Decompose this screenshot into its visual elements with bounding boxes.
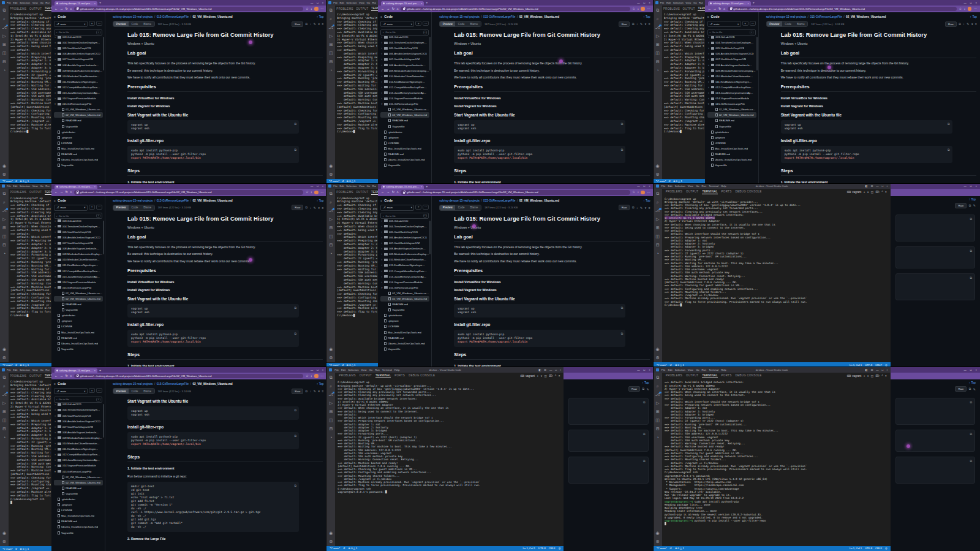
url-field[interactable]: github.com/…/solving-devops-15-real-proj…: [74, 7, 304, 12]
breadcrumb-repo-link[interactable]: solving-devops-15-real-projects: [113, 15, 153, 18]
status-bar-item[interactable]: ⌥ main*: [657, 547, 667, 550]
menu-item[interactable]: Go: [696, 368, 699, 371]
menu-item[interactable]: File: [662, 368, 666, 371]
account-icon[interactable]: ◉: [329, 164, 333, 168]
panel-tab[interactable]: OUTPUT: [683, 7, 695, 11]
test-explorer-icon[interactable]: ◔: [330, 251, 332, 256]
panel-tab[interactable]: PROBLEMS: [10, 374, 26, 378]
file-tree-item[interactable]: 011-KindBalancerNginxIngre…: [54, 79, 103, 85]
file-tree-item[interactable]: 012-CronjobMariaBackupRein…: [380, 268, 429, 274]
file-tree-item[interactable]: Vagrantfile: [54, 162, 103, 168]
back-to-top-link[interactable]: ↑ Top: [891, 196, 980, 202]
file-tree-item[interactable]: 014-VagrantProvisionModule: [54, 96, 103, 101]
status-bar-item[interactable]: Ln 1, Col 1: [850, 363, 862, 367]
file-tree-item[interactable]: 010-MinikubeCiliumNetworkin…: [54, 74, 103, 79]
file-tree-item[interactable]: 008-AnsibleVagrantJenkinsIn…: [54, 62, 103, 67]
home-icon[interactable]: ⌂: [70, 7, 72, 10]
new-terminal-icon[interactable]: +: [864, 191, 865, 194]
raw-button[interactable]: Raw: [619, 205, 630, 210]
file-tree-item[interactable]: 012-CronjobMariaBackupRein…: [380, 85, 429, 90]
back-icon[interactable]: ←: [55, 374, 58, 378]
file-tree-item[interactable]: Mac_InstallDevOpsTools.md: [54, 513, 103, 519]
file-tree-item[interactable]: Vagrantfile: [380, 124, 429, 129]
sidebar-toggle-icon[interactable]: ≡: [380, 199, 382, 202]
panel-tab[interactable]: TERMINAL: [702, 190, 717, 194]
panel-tab[interactable]: TERMINAL: [698, 7, 704, 11]
breadcrumb-repo-link[interactable]: solving-devops-15-real-projects: [439, 15, 479, 18]
account-icon[interactable]: ◉: [2, 164, 6, 168]
source-control-icon[interactable]: ⎇: [2, 208, 7, 213]
terminal-select[interactable]: ⌨ vagrant: [521, 374, 535, 378]
file-tree-item[interactable]: 011-KindBalancerNginxIngre…: [707, 79, 756, 85]
menu-item[interactable]: View: [32, 184, 38, 188]
menu-item[interactable]: View: [688, 184, 693, 188]
extensions-icon[interactable]: ⊞: [329, 226, 333, 230]
layout-panel-icon[interactable]: ⊞: [871, 184, 873, 188]
file-tree-item[interactable]: Ubuntu_InstallDevOpsTools.md: [380, 341, 429, 346]
panel-tab[interactable]: PORTS: [394, 374, 405, 378]
panel-tab[interactable]: OUTPUT: [686, 374, 698, 378]
menu-item[interactable]: Terminal: [709, 184, 718, 188]
run-debug-icon[interactable]: ▷: [330, 401, 333, 405]
downloads-icon[interactable]: ↓: [637, 191, 639, 194]
file-tree-item[interactable]: 009-MinikubeKubernetesDeploym…: [54, 251, 103, 257]
status-bar-item[interactable]: ⌥ main*: [2, 363, 13, 367]
reload-icon[interactable]: ↻: [718, 7, 721, 10]
file-tree-item[interactable]: 012-CronjobMariaBackupRein…: [54, 268, 103, 274]
file-tree-item[interactable]: 008-AnsibleVagrantJenkinsIn…: [380, 62, 429, 67]
file-tree-item[interactable]: 010-MinikubeCiliumNetworkin…: [707, 74, 756, 79]
view-tab[interactable]: Code: [129, 389, 141, 393]
back-to-top-link[interactable]: ↑ Top: [643, 199, 650, 202]
profile-avatar[interactable]: [968, 7, 972, 11]
menu-item[interactable]: Run: [372, 1, 377, 4]
download-file-icon[interactable]: ↓: [636, 22, 638, 26]
browser-menu-icon[interactable]: ⋯: [320, 7, 323, 10]
explorer-icon[interactable]: ⧉: [656, 8, 659, 12]
terminal-dropdown-caret[interactable]: ▾: [867, 374, 869, 378]
file-tree-item[interactable]: 005-VaultHashiCorpVCS: [707, 45, 756, 51]
browser-menu-icon[interactable]: ⋯: [320, 191, 323, 194]
edit-file-icon[interactable]: ✎: [314, 389, 316, 393]
download-file-icon[interactable]: ↓: [636, 206, 638, 210]
favorites-star-icon[interactable]: ☆: [306, 191, 309, 194]
more-options-button[interactable]: ⋯: [423, 205, 429, 210]
remote-explorer-icon[interactable]: ◫: [2, 418, 7, 422]
edit-file-icon[interactable]: ✎: [973, 203, 976, 207]
copy-file-icon[interactable]: ⧉: [969, 387, 971, 391]
back-to-top-link[interactable]: ↑ Top: [317, 15, 323, 18]
terminal-select[interactable]: ⌨ vagrant: [847, 191, 862, 194]
status-bar-item[interactable]: ↺: [668, 180, 671, 183]
add-file-button[interactable]: +: [89, 21, 95, 26]
menu-item[interactable]: Selection: [675, 368, 685, 371]
sidebar-scrollbar[interactable]: [103, 37, 104, 70]
copy-code-icon[interactable]: ⧉: [970, 432, 972, 436]
status-bar-item[interactable]: ◎: [885, 363, 888, 367]
file-tree-item[interactable]: README.md: [54, 118, 103, 123]
copy-code-icon[interactable]: ⧉: [294, 434, 296, 438]
menu-item[interactable]: Go: [696, 184, 699, 188]
file-tree-item[interactable]: Ubuntu_InstallDevOpsTools.md: [707, 157, 756, 162]
test-explorer-icon[interactable]: ◔: [657, 68, 659, 72]
copy-code-icon[interactable]: ⧉: [621, 148, 624, 152]
edit-file-icon[interactable]: ✎: [640, 22, 643, 26]
edit-dropdown-caret[interactable]: ▾: [318, 389, 320, 393]
close-icon[interactable]: ×: [649, 184, 650, 188]
close-panel-icon[interactable]: ×: [885, 374, 887, 378]
file-tree-item[interactable]: 006-AnsibleJenkinsVagrantCICD: [54, 419, 103, 424]
breadcrumb-repo-link[interactable]: solving-devops-15-real-projects: [113, 199, 153, 202]
status-bar-item[interactable]: ↺: [15, 180, 18, 183]
maximize-icon[interactable]: □: [317, 184, 318, 188]
file-tree-item[interactable]: 003-GitLabCICD: [380, 34, 429, 40]
settings-gear-icon[interactable]: ⚙: [656, 355, 660, 360]
menu-item[interactable]: Edit: [13, 184, 17, 188]
file-tree-item[interactable]: Vagrantfile: [54, 530, 103, 535]
copy-file-icon[interactable]: ⧉: [642, 387, 644, 391]
add-file-button[interactable]: +: [742, 21, 748, 26]
panel-tab[interactable]: PROBLEMS: [666, 190, 682, 194]
home-icon[interactable]: ⌂: [397, 191, 399, 194]
menu-item[interactable]: Edit: [340, 184, 344, 188]
reload-icon[interactable]: ↻: [392, 7, 394, 10]
file-tree-item[interactable]: 005-VaultHashiCorpVCS: [54, 229, 103, 235]
browser-menu-icon[interactable]: ⋯: [647, 7, 650, 10]
test-explorer-icon[interactable]: ◔: [330, 68, 332, 72]
